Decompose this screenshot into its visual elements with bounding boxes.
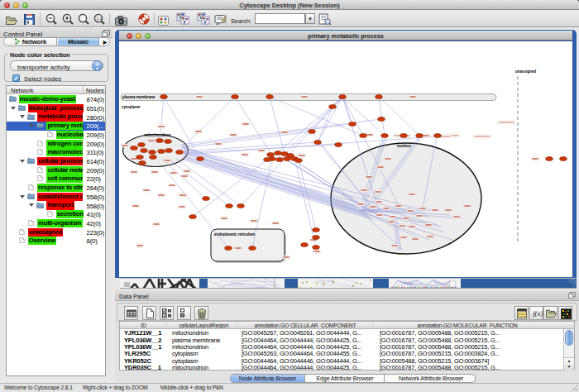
svg-text:endoplasmic reticulum: endoplasmic reticulum <box>214 232 255 237</box>
svg-text:cytoplasm: cytoplasm <box>122 105 140 109</box>
svg-text:1:1: 1:1 <box>96 16 102 21</box>
svg-text:f(x): f(x) <box>533 309 543 318</box>
svg-text:unassigned: unassigned <box>515 69 536 74</box>
svg-text:mitochondrion: mitochondrion <box>145 133 171 137</box>
svg-text:plasma membrane: plasma membrane <box>122 95 156 99</box>
svg-text:nucleus: nucleus <box>397 144 412 148</box>
